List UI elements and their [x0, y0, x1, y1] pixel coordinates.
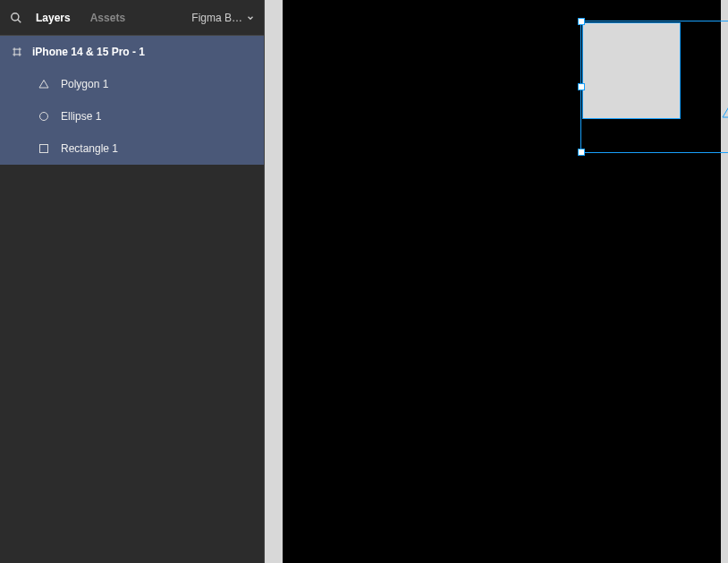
rectangle-icon — [38, 142, 50, 155]
layer-row-ellipse[interactable]: Ellipse 1 — [0, 100, 264, 132]
search-icon[interactable] — [9, 11, 23, 25]
selection-handle[interactable] — [578, 18, 585, 25]
selection-bounding-box[interactable] — [580, 21, 728, 153]
svg-point-7 — [40, 113, 48, 121]
layer-label: Polygon 1 — [61, 78, 108, 90]
svg-marker-6 — [39, 81, 48, 89]
selection-handle[interactable] — [578, 149, 585, 156]
frame-name-label: iPhone 14 & 15 Pro - 1 — [32, 46, 145, 58]
polygon-icon — [38, 78, 50, 90]
chevron-down-icon — [246, 13, 255, 22]
layer-label: Ellipse 1 — [61, 110, 101, 123]
selection-handle[interactable] — [578, 83, 585, 90]
sidebar-header: Layers Assets Figma B… — [0, 0, 264, 36]
svg-rect-8 — [40, 145, 48, 153]
ellipse-icon — [38, 110, 50, 123]
tab-layers[interactable]: Layers — [29, 8, 78, 28]
layer-row-rectangle[interactable]: Rectangle 1 — [0, 132, 264, 165]
svg-line-1 — [18, 19, 21, 22]
canvas[interactable]: 351 × 113 — [265, 0, 728, 563]
frame-row[interactable]: iPhone 14 & 15 Pro - 1 — [0, 36, 264, 68]
project-name-label: Figma B… — [191, 12, 242, 24]
layer-row-polygon[interactable]: Polygon 1 — [0, 68, 264, 100]
svg-point-0 — [12, 13, 19, 20]
tab-assets[interactable]: Assets — [83, 8, 132, 28]
layer-label: Rectangle 1 — [61, 142, 118, 155]
layers-panel: Layers Assets Figma B… iPhone 14 & 15 Pr… — [0, 0, 265, 563]
frame-icon — [11, 46, 23, 58]
project-dropdown[interactable]: Figma B… — [191, 12, 255, 24]
